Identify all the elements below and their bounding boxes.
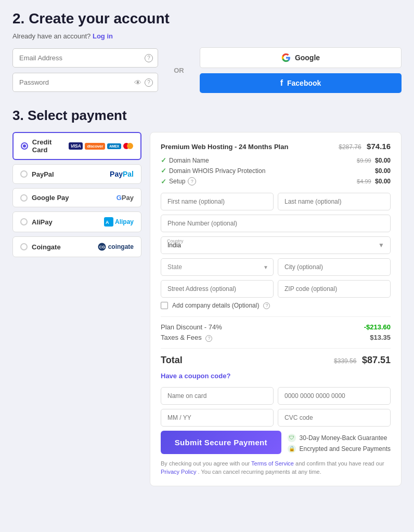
privacy-policy-link[interactable]: Privacy Policy bbox=[161, 469, 196, 475]
state-select[interactable]: State bbox=[161, 258, 274, 276]
plan-price: $74.16 bbox=[367, 142, 391, 151]
google-icon bbox=[281, 53, 291, 62]
setup-orig-price: $4.99 bbox=[357, 178, 371, 184]
guarantee1-text: 30-Day Money-Back Guarantee bbox=[300, 434, 387, 442]
payment-layout: Credit Card VISA discover AMEX PayPal Pa… bbox=[12, 132, 402, 486]
name-row bbox=[161, 193, 391, 210]
name-on-card-input[interactable] bbox=[161, 387, 274, 405]
discount-row: Plan Discount - 74% -$213.60 bbox=[161, 323, 391, 331]
mastercard-logo bbox=[123, 143, 133, 149]
tax-help-icon[interactable]: ? bbox=[205, 335, 212, 342]
company-label: Add company details (Optional) bbox=[172, 302, 259, 309]
already-account-text: Already have an account? Log in bbox=[12, 32, 402, 40]
coingate-text: coingate bbox=[108, 243, 134, 250]
domain-name-label: Domain Name bbox=[169, 157, 209, 164]
country-label: Country bbox=[167, 238, 184, 244]
radio-credit-card bbox=[21, 142, 28, 150]
radio-paypal bbox=[20, 170, 28, 178]
whois-label: Domain WHOIS Privacy Protection bbox=[169, 167, 265, 175]
radio-coingate bbox=[20, 243, 28, 250]
email-input[interactable] bbox=[12, 48, 158, 68]
guarantee-section: 🛡 30-Day Money-Back Guarantee 🔒 Encrypte… bbox=[288, 434, 391, 453]
terms-of-service-link[interactable]: Terms of Service bbox=[251, 460, 294, 467]
tax-label: Taxes & Fees bbox=[161, 334, 202, 341]
expiry-input[interactable] bbox=[161, 409, 274, 427]
coingate-icon: CG bbox=[97, 242, 107, 251]
last-name-input[interactable] bbox=[278, 193, 391, 210]
method-alipay[interactable]: AliPay A Alipay bbox=[12, 211, 141, 232]
google-btn-label: Google bbox=[295, 54, 320, 62]
tax-value: $13.35 bbox=[370, 334, 391, 341]
company-details-row: Add company details (Optional) ? bbox=[161, 302, 391, 309]
or-divider: OR bbox=[169, 66, 189, 74]
item-domain: ✓ Domain Name $9.99 $0.00 bbox=[161, 156, 391, 164]
coingate-label: Coingate bbox=[32, 243, 61, 251]
address-row bbox=[161, 280, 391, 298]
guarantee-moneyback: 🛡 30-Day Money-Back Guarantee bbox=[288, 434, 391, 442]
account-section: ? 👁 ? OR Google f Facebook bbox=[12, 47, 402, 93]
discover-logo: discover bbox=[85, 143, 105, 150]
radio-google-pay bbox=[20, 194, 28, 202]
country-wrap: Country India United States United Kingd… bbox=[161, 236, 391, 254]
whois-price: $0.00 bbox=[375, 167, 391, 175]
submit-area: Submit Secure Payment 🛡 30-Day Money-Bac… bbox=[161, 431, 391, 454]
social-buttons: Google f Facebook bbox=[200, 47, 402, 93]
credit-card-label: Credit Card bbox=[32, 138, 69, 154]
cvc-input[interactable] bbox=[278, 409, 391, 427]
email-help-icon[interactable]: ? bbox=[145, 54, 153, 62]
order-items: ✓ Domain Name $9.99 $0.00 ✓ Domain WHOIS… bbox=[161, 156, 391, 185]
first-name-input[interactable] bbox=[161, 193, 274, 210]
tax-row: Taxes & Fees ? $13.35 bbox=[161, 334, 391, 342]
facebook-signin-button[interactable]: f Facebook bbox=[200, 73, 402, 93]
guarantee-secure: 🔒 Encrypted and Secure Payments bbox=[288, 445, 391, 453]
card-number-input[interactable] bbox=[278, 387, 391, 405]
state-wrap: State ▼ bbox=[161, 258, 274, 276]
visa-logo: VISA bbox=[69, 142, 83, 150]
account-form: ? 👁 ? bbox=[12, 48, 158, 92]
check-setup: ✓ bbox=[161, 178, 166, 185]
paypal-logo: PayPal bbox=[110, 170, 134, 178]
lock-icon: 🔒 bbox=[288, 445, 296, 453]
total-price: $87.51 bbox=[362, 355, 391, 365]
phone-input[interactable] bbox=[161, 215, 391, 232]
zip-input[interactable] bbox=[278, 280, 391, 298]
setup-price: $0.00 bbox=[375, 178, 391, 185]
discount-label-text: Plan Discount - 74% bbox=[161, 323, 222, 331]
method-paypal[interactable]: PayPal PayPal bbox=[12, 164, 141, 184]
plan-original-price: $287.76 bbox=[339, 143, 361, 151]
check-whois: ✓ bbox=[161, 167, 166, 175]
country-select[interactable]: India United States United Kingdom bbox=[161, 236, 391, 254]
divider-1 bbox=[161, 316, 391, 317]
password-eye-icon[interactable]: 👁 bbox=[134, 78, 141, 87]
shield-icon: 🛡 bbox=[288, 434, 296, 442]
coupon-link[interactable]: Have a coupon code? bbox=[161, 372, 391, 380]
city-input[interactable] bbox=[278, 258, 391, 276]
login-link[interactable]: Log in bbox=[93, 32, 113, 40]
street-input[interactable] bbox=[161, 280, 274, 298]
total-label: Total bbox=[161, 355, 183, 366]
order-panel: Premium Web Hosting - 24 Months Plan $28… bbox=[150, 132, 402, 486]
google-pay-label: Google Pay bbox=[32, 194, 69, 202]
method-coingate[interactable]: Coingate CG coingate bbox=[12, 236, 141, 257]
company-help-icon[interactable]: ? bbox=[263, 302, 270, 309]
amex-logo: AMEX bbox=[107, 143, 121, 149]
svg-text:CG: CG bbox=[99, 245, 105, 249]
company-checkbox[interactable] bbox=[161, 302, 168, 309]
submit-payment-button[interactable]: Submit Secure Payment bbox=[161, 431, 281, 454]
google-signin-button[interactable]: Google bbox=[200, 47, 402, 68]
domain-price: $0.00 bbox=[375, 157, 391, 164]
payment-title: 3. Select payment bbox=[12, 108, 402, 124]
password-help-icon[interactable]: ? bbox=[145, 78, 153, 87]
expiry-cvc-fields bbox=[161, 409, 391, 427]
method-credit-card[interactable]: Credit Card VISA discover AMEX bbox=[12, 132, 141, 160]
paypal-label: PayPal bbox=[32, 170, 54, 178]
alipay-label: AliPay bbox=[32, 218, 53, 226]
svg-text:A: A bbox=[106, 220, 109, 225]
total-original: $339.56 bbox=[334, 357, 356, 365]
alipay-text: Alipay bbox=[115, 218, 134, 225]
password-wrap: 👁 ? bbox=[12, 73, 158, 92]
method-google-pay[interactable]: Google Pay GPay bbox=[12, 188, 141, 207]
setup-help-icon[interactable]: ? bbox=[188, 177, 196, 185]
item-setup: ✓ Setup ? $4.99 $0.00 bbox=[161, 177, 391, 185]
guarantee2-text: Encrypted and Secure Payments bbox=[300, 445, 391, 453]
